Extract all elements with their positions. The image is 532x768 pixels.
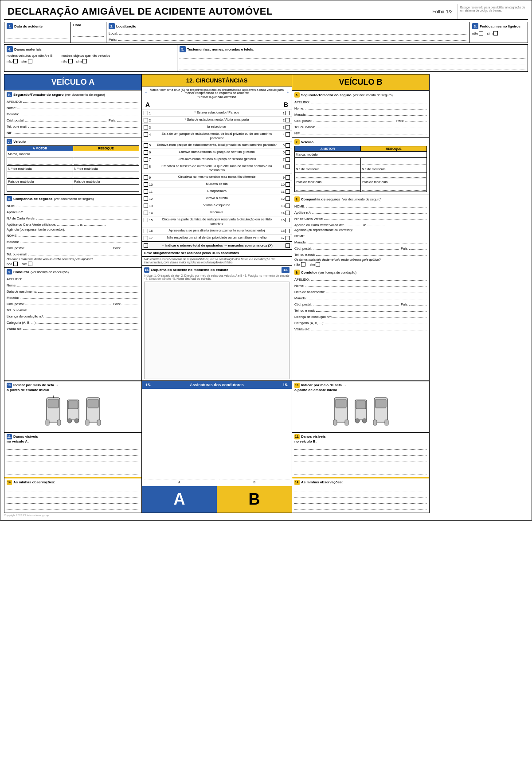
total-cb-b[interactable] <box>286 243 290 248</box>
circ-header: 12. CIRCUNSTÂNCIAS <box>142 74 292 87</box>
svg-rect-6 <box>68 401 78 409</box>
circ-cb-a-8[interactable] <box>144 165 148 169</box>
circ-cb-a-9[interactable] <box>144 175 148 180</box>
circ-cb-a-6[interactable] <box>144 150 148 155</box>
svg-rect-15 <box>333 420 337 425</box>
date-cell: 1 Data do acidente <box>4 22 71 43</box>
svg-rect-11 <box>86 420 89 425</box>
circ-item-6: 6 Entrava numa rotunda ou praça de senti… <box>142 149 292 156</box>
bottom-ab-labels: A B <box>142 486 292 513</box>
svg-point-7 <box>67 419 72 423</box>
circ-text-5: Entrava num parque de estacionamento, lo… <box>154 143 279 147</box>
sec11-a: 11. Danos visíveis no veículo A: <box>4 432 141 477</box>
bottom-left: 10. Indicar por meio de seta → o ponto d… <box>4 381 141 513</box>
circ-cb-a-11[interactable] <box>144 189 148 194</box>
circ-cb-b-12[interactable] <box>286 196 290 201</box>
circ-cb-b-13[interactable] <box>286 204 290 208</box>
car-front-b <box>332 396 350 429</box>
sec8a-nao-cb[interactable] <box>13 262 18 266</box>
circ-text-6: Entrava numa rotunda ou praça de sentido… <box>154 150 279 154</box>
circ-item-17: 17 Não respeitou um sinal de dar priorid… <box>142 234 292 241</box>
circ-cb-b-6[interactable] <box>286 150 290 155</box>
circ-cb-a-3[interactable] <box>144 125 148 129</box>
second-row: 4. Danos materiais noutros veículos que … <box>4 44 528 72</box>
car-front-a <box>44 396 62 429</box>
car-rear-a <box>84 396 102 429</box>
sec8-b: 8. Companhia de seguros (ver documento d… <box>292 195 429 268</box>
circ-text-7: Circulava numa rotunda ou praça de senti… <box>154 157 279 161</box>
circ-cb-b-1[interactable] <box>286 111 290 115</box>
svg-rect-14 <box>336 399 346 408</box>
danos-sim1-cb[interactable] <box>28 59 32 63</box>
sec15-header: 15. Assinaturas dos condutores 15. <box>142 381 292 389</box>
svg-point-20 <box>362 419 367 423</box>
circ-cb-b-2[interactable] <box>286 118 290 122</box>
bottom-row: 10. Indicar por meio de seta → o ponto d… <box>4 381 528 513</box>
circ-cb-a-16[interactable] <box>144 229 148 233</box>
circ-cb-b-14[interactable] <box>286 211 290 215</box>
circ-cb-b-5[interactable] <box>286 143 290 148</box>
nao-checkbox[interactable] <box>479 31 483 35</box>
circ-cb-a-12[interactable] <box>144 196 148 201</box>
circ-text-10: Mudava de fila <box>154 182 279 186</box>
circ-text-1: * Estava estacionado / Parado <box>154 110 279 115</box>
circ-cb-b-3[interactable] <box>286 125 290 129</box>
circumstances-list: 1 * Estava estacionado / Parado 1 2 * Sa… <box>142 109 292 241</box>
circ-cb-a-5[interactable] <box>144 143 148 148</box>
circ-cb-a-2[interactable] <box>144 118 148 122</box>
circ-text-3: Ia estacionar <box>154 125 279 129</box>
circ-cb-b-15[interactable] <box>286 218 290 222</box>
circ-cb-b-16[interactable] <box>286 229 290 233</box>
circ-cb-b-17[interactable] <box>286 236 290 240</box>
danos-nao1-cb[interactable] <box>13 59 18 63</box>
circ-cb-b-7[interactable] <box>286 157 290 162</box>
sec14-a: 14. As minhas observações: <box>4 477 141 513</box>
car-side-b <box>354 396 368 429</box>
danos-nao2-cb[interactable] <box>68 59 73 63</box>
circ-item-4: 4 Saía de um parque de estacionamento, d… <box>142 130 292 141</box>
sec8a-sim-cb[interactable] <box>28 262 32 266</box>
vehicle-b-column: VEÍCULO B 6. Segurado/Tomador do seguro … <box>292 74 430 381</box>
sim-checkbox[interactable] <box>493 31 498 35</box>
sig-a: A <box>142 389 217 486</box>
svg-rect-22 <box>376 399 386 408</box>
circ-cb-a-14[interactable] <box>144 211 148 215</box>
svg-rect-18 <box>356 401 366 409</box>
main-body: VEÍCULO A 6. Segurado/Tomador do seguro … <box>4 74 528 381</box>
circ-text-13: Virava à esquerda <box>154 203 279 208</box>
circ-cb-a-1[interactable] <box>144 111 148 115</box>
circ-cb-a-15[interactable] <box>144 218 148 222</box>
circ-cb-a-17[interactable] <box>144 236 148 240</box>
circ-item-14: 14 Recuava 14 <box>142 209 292 216</box>
circ-text-17: Não respeitou um sinal de dar prioridade… <box>154 235 279 240</box>
circ-item-8: 8 Embateu na traseira de outro veículo q… <box>142 163 292 174</box>
danos-cell: 4. Danos materiais noutros veículos que … <box>4 45 177 71</box>
circ-cb-a-10[interactable] <box>144 182 148 187</box>
svg-rect-10 <box>88 399 98 408</box>
circumstances-column: 12. CIRCUNSTÂNCIAS ↓ Marcar com uma cruz… <box>141 74 292 381</box>
danos-sim2-cb[interactable] <box>82 59 87 63</box>
circ-cb-b-4[interactable] <box>286 132 290 137</box>
circ-cb-b-9[interactable] <box>286 175 290 180</box>
circ-cb-b-11[interactable] <box>286 189 290 194</box>
hora-cell: Hora <box>71 22 106 43</box>
circ-text-4: Saía de um parque de estacionamento, de … <box>154 132 279 141</box>
svg-rect-2 <box>46 420 49 425</box>
circ-cb-a-7[interactable] <box>144 157 148 162</box>
circ-cb-b-8[interactable] <box>286 165 290 169</box>
circ-cb-b-10[interactable] <box>286 182 290 187</box>
svg-rect-24 <box>385 420 388 425</box>
circ-cb-a-4[interactable] <box>144 132 148 137</box>
circ-cb-a-13[interactable] <box>144 204 148 208</box>
page: DECLARAÇÃO AMIGÁVEL DE ACIDENTE AUTOMÓVE… <box>0 0 532 521</box>
sec7-b: 7. Veículo A MOTOR REBOQUE Marca, modelo <box>292 137 429 195</box>
total-cb-a[interactable] <box>144 243 148 248</box>
vehicle-a-column: VEÍCULO A 6. Segurado/Tomador do seguro … <box>4 74 141 381</box>
circ-item-15: 15 Circulava na parte da faixa de rodage… <box>142 216 292 227</box>
sec8b-nao-cb[interactable] <box>301 262 305 266</box>
sec8b-sim-cb[interactable] <box>316 262 320 266</box>
signatures-area: A B <box>142 389 292 486</box>
car-diagram-a <box>7 393 139 431</box>
circ-text-15: Circulava na parte da faixa de rodagem r… <box>154 217 279 226</box>
circ-item-1: 1 * Estava estacionado / Parado 1 <box>142 109 292 116</box>
